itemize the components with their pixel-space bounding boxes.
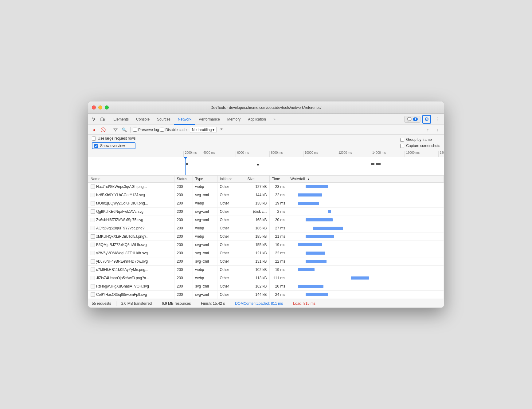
minimize-button[interactable]	[98, 105, 102, 109]
large-rows-input[interactable]	[92, 137, 96, 141]
waterfall-bar	[306, 218, 333, 221]
device-icon[interactable]	[99, 116, 106, 123]
table-row[interactable]: Hac7hd/GxWnpc3q/AGh.png...200webpOther12…	[88, 183, 444, 191]
red-line	[336, 242, 336, 248]
window-title: DevTools - developer.chrome.com/docs/dev…	[211, 105, 322, 110]
col-header-name[interactable]: Name	[88, 176, 174, 183]
maximize-button[interactable]	[105, 105, 109, 109]
feedback-button[interactable]: 💬 1	[404, 116, 421, 123]
red-line	[336, 258, 336, 264]
toolbar-right: ↑ ↓	[424, 126, 441, 133]
file-icon	[91, 259, 95, 264]
table-row[interactable]: JiZisZ4UmarOjo5cAwf3.png?a...200webpOthe…	[88, 274, 444, 282]
group-by-frame-input[interactable]	[400, 138, 404, 142]
table-body: Hac7hd/GxWnpc3q/AGh.png...200webpOther12…	[88, 183, 444, 299]
col-header-time[interactable]: Time	[269, 176, 288, 183]
feedback-icon: 💬	[407, 117, 412, 121]
tab-more[interactable]: »	[270, 114, 279, 125]
wifi-icon[interactable]	[218, 126, 225, 133]
tab-application[interactable]: Application	[244, 114, 270, 125]
filter-button[interactable]	[112, 126, 119, 133]
table-row[interactable]: QgftKdlKE6NqaFwlZAVc.svg200svg+xmlOther(…	[88, 208, 444, 216]
tab-memory[interactable]: Memory	[224, 114, 244, 125]
initiator-cell: Other	[217, 199, 245, 208]
col-header-size[interactable]: Size	[245, 176, 269, 183]
clear-button[interactable]: 🚫	[99, 126, 107, 133]
status-cell: 200	[174, 266, 193, 274]
col-header-status[interactable]: Status	[174, 176, 193, 183]
status-cell: 200	[174, 257, 193, 266]
status-cell: 200	[174, 232, 193, 241]
show-overview-setting[interactable]: Show overview	[94, 144, 125, 148]
timeline-content[interactable]	[88, 157, 444, 176]
large-rows-setting[interactable]: Use large request rows	[92, 136, 135, 141]
table-row[interactable]: y2W5yVOMWqgL8ZE1Lklh.svg200svg+xmlOther1…	[88, 249, 444, 257]
table-row[interactable]: yDJ70NF49BREe9kHD7pw.svg200svg+xmlOther1…	[88, 257, 444, 266]
file-name: Zv6sbHi6fZfZMWufSp75.svg	[96, 218, 143, 222]
disable-cache-checkbox[interactable]: Disable cache	[160, 128, 188, 132]
ellipsis-icon: ⋮	[435, 116, 440, 122]
show-overview-input[interactable]	[94, 144, 98, 148]
type-cell: svg+xml	[193, 191, 217, 199]
network-table-wrapper[interactable]: Name Status Type Initiator Size	[88, 176, 444, 299]
table-row[interactable]: Ce9YHacO35q8t5wbmFp9.svg200svg+xmlOther1…	[88, 291, 444, 299]
sort-arrow: ▲	[307, 177, 310, 181]
table-row[interactable]: FzH6gwuHgXuGnasATVOH.svg200svg+xmlOther1…	[88, 282, 444, 291]
record-button[interactable]: ●	[91, 126, 98, 133]
type-cell: webp	[193, 274, 217, 282]
red-line	[336, 267, 336, 273]
table-row[interactable]: B5QMjpRJZ72xKQ3uWLlh.svg200svg+xmlOther1…	[88, 241, 444, 249]
table-row[interactable]: hz8BXb9YlYLhCGarY12J.svg200svg+xmlOther1…	[88, 191, 444, 199]
initiator-cell: Other	[217, 257, 245, 266]
settings-button[interactable]: ⚙	[422, 115, 431, 124]
type-cell: webp	[193, 183, 217, 191]
col-header-type[interactable]: Type	[193, 176, 217, 183]
red-line	[336, 283, 336, 289]
svg-rect-1	[104, 119, 104, 121]
tab-console[interactable]: Console	[132, 114, 153, 125]
group-by-frame-setting[interactable]: Group by frame	[400, 137, 440, 142]
show-overview-label: Show overview	[100, 144, 125, 148]
time-col-label: Time	[272, 177, 280, 181]
tab-network[interactable]: Network	[174, 114, 195, 125]
waterfall-cell	[288, 249, 444, 257]
requests-count: 55 requests	[92, 301, 111, 306]
close-button[interactable]	[92, 105, 96, 109]
status-cell: 200	[174, 291, 193, 299]
waterfall-cell	[288, 274, 444, 282]
col-header-initiator[interactable]: Initiator	[217, 176, 245, 183]
capture-screenshots-setting[interactable]: Capture screenshots	[400, 144, 440, 148]
preserve-log-input[interactable]	[133, 128, 137, 132]
download-button[interactable]: ↓	[434, 126, 441, 133]
upload-button[interactable]: ↑	[424, 126, 432, 133]
search-button[interactable]: 🔍	[120, 126, 128, 133]
table-row[interactable]: xMKUHQxXLiRDiiUTol5J.png?...200webpOther…	[88, 232, 444, 241]
throttle-select[interactable]: No throttling ▾	[190, 127, 217, 133]
time-cell: 19 ms	[269, 241, 288, 249]
waterfall-cell	[288, 216, 444, 224]
file-icon	[91, 251, 95, 255]
more-button[interactable]: ⋮	[433, 115, 441, 124]
waterfall-bar	[298, 268, 315, 271]
needle-arrow	[184, 157, 187, 160]
disable-cache-input[interactable]	[160, 128, 164, 132]
table-row[interactable]: c7kf94kHB11kK5AyYyMn.png...200webpOther1…	[88, 266, 444, 274]
timeline-blip-2	[257, 164, 259, 165]
table-row[interactable]: tJOhr2jBQWy2CdKHDlUI.png...200webpOther1…	[88, 199, 444, 208]
preserve-log-checkbox[interactable]: Preserve log	[133, 128, 159, 132]
capture-screenshots-label: Capture screenshots	[406, 144, 440, 148]
resources-size: 6.9 MB resources	[162, 301, 191, 306]
table-row[interactable]: Zv6sbHi6fZfZMWufSp75.svg200svg+xmlOther1…	[88, 216, 444, 224]
tab-sources[interactable]: Sources	[153, 114, 174, 125]
table-row[interactable]: AQfq69qS2lg6lT9Y7vcc.png?...200webpOther…	[88, 224, 444, 232]
name-col-label: Name	[91, 177, 100, 181]
file-icon	[91, 234, 95, 239]
tab-performance[interactable]: Performance	[195, 114, 224, 125]
capture-screenshots-input[interactable]	[400, 144, 404, 148]
time-cell: 20 ms	[269, 216, 288, 224]
initiator-cell: Other	[217, 274, 245, 282]
ruler-mark-3: 8000 ms	[269, 151, 303, 157]
tab-elements[interactable]: Elements	[110, 114, 132, 125]
col-header-waterfall[interactable]: Waterfall ▲	[288, 176, 444, 183]
pointer-icon[interactable]	[91, 116, 97, 123]
